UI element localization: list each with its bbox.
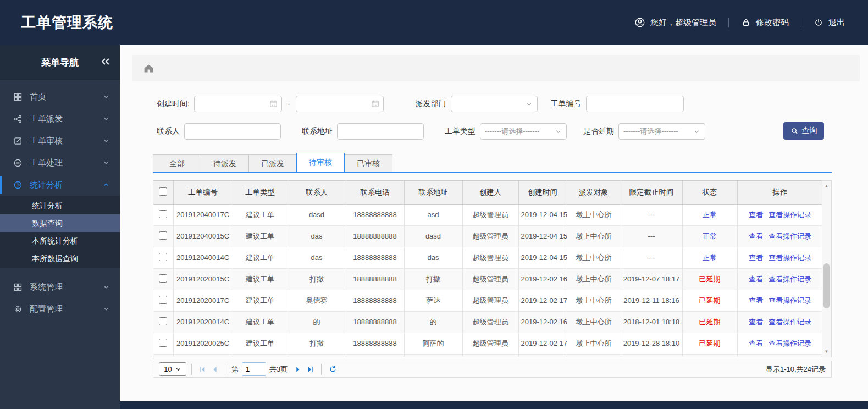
- table-row: 201912020025C建议工单打撒18888888888阿萨的超级管理员20…: [153, 333, 822, 354]
- home-icon[interactable]: [143, 63, 154, 74]
- cell-target: 墩上中心所: [567, 247, 621, 268]
- submenu-item-local-statistics[interactable]: 本所统计分析: [0, 232, 120, 250]
- pie-chart-icon: [13, 180, 23, 190]
- view-log-link[interactable]: 查看操作记录: [769, 253, 811, 262]
- row-checkbox[interactable]: [159, 253, 167, 261]
- view-link[interactable]: 查看: [749, 232, 763, 240]
- row-checkbox[interactable]: [159, 274, 167, 283]
- calendar-icon[interactable]: [371, 99, 380, 108]
- sidebar-item-config[interactable]: 配置管理: [0, 298, 120, 320]
- prev-page-button[interactable]: [209, 363, 221, 375]
- row-checkbox[interactable]: [159, 317, 167, 325]
- cell-actions: 查看查看操作记录: [737, 225, 822, 247]
- search-button[interactable]: 查询: [783, 122, 824, 140]
- cell-empty: [404, 354, 462, 357]
- cell-phone: 18888888888: [346, 311, 404, 333]
- page-size-select[interactable]: 10: [159, 362, 186, 376]
- order-no-input[interactable]: [586, 96, 684, 112]
- cell-created: 2019-12-02 17: [518, 333, 567, 354]
- cell-actions: 查看查看操作记录: [737, 247, 822, 268]
- col-creator: 创建人: [462, 181, 518, 204]
- row-checkbox[interactable]: [159, 210, 167, 218]
- dispatch-dept-select[interactable]: [451, 96, 538, 112]
- view-log-link[interactable]: 查看操作记录: [769, 275, 811, 283]
- tab-all[interactable]: 全部: [153, 154, 201, 172]
- col-actions: 操作: [737, 181, 822, 204]
- row-checkbox[interactable]: [159, 339, 167, 347]
- delay-select[interactable]: -------请选择-------: [618, 123, 705, 140]
- top-header: 工单管理系统 您好，超级管理员 修改密码: [0, 0, 868, 45]
- contact-input[interactable]: [184, 123, 281, 140]
- chevron-down-icon: [175, 366, 181, 372]
- sidebar-item-statistics[interactable]: 统计分析: [0, 174, 120, 196]
- cell-target: 墩上中心所: [567, 290, 621, 311]
- chevron-down-icon: [102, 159, 110, 167]
- submenu-item-local-data-query[interactable]: 本所数据查询: [0, 250, 120, 267]
- view-link[interactable]: 查看: [749, 339, 763, 347]
- cell-created: 2019-12-04 15: [518, 225, 567, 247]
- divider: [801, 18, 801, 27]
- sidebar-item-home[interactable]: 首页: [0, 86, 120, 108]
- cell-contact: das: [288, 247, 346, 268]
- view-log-link[interactable]: 查看操作记录: [769, 232, 811, 240]
- submenu-item-statistics[interactable]: 统计分析: [0, 197, 120, 214]
- submenu-item-data-query[interactable]: 数据查询: [0, 214, 120, 232]
- total-pages-label: 共3页: [269, 364, 288, 374]
- scroll-down-icon[interactable]: ▼: [822, 347, 831, 356]
- cell-contact: 的: [288, 311, 346, 333]
- collapse-sidebar-icon[interactable]: [100, 56, 111, 67]
- change-password-label: 修改密码: [756, 18, 789, 28]
- tab-dispatched[interactable]: 已派发: [248, 154, 297, 172]
- view-log-link[interactable]: 查看操作记录: [769, 296, 811, 305]
- tab-pending-dispatch[interactable]: 待派发: [201, 154, 249, 172]
- view-log-link[interactable]: 查看操作记录: [769, 211, 811, 219]
- records-summary: 显示1-10,共24记录: [766, 364, 826, 374]
- col-deadline: 限定截止时间: [621, 181, 682, 204]
- logout-button[interactable]: 退出: [814, 18, 845, 28]
- cell-id: 201912020017C: [173, 290, 233, 311]
- next-page-button[interactable]: [292, 363, 304, 375]
- sidebar-item-system[interactable]: 系统管理: [0, 276, 120, 298]
- view-log-link[interactable]: 查看操作记录: [769, 318, 811, 326]
- change-password-button[interactable]: 修改密码: [741, 18, 789, 28]
- cell-id: 201912020025C: [173, 333, 233, 354]
- cell-target: 墩上中心所: [567, 225, 621, 247]
- view-link[interactable]: 查看: [749, 211, 763, 219]
- chevron-down-icon: [555, 128, 562, 135]
- cell-contact: 打撒: [288, 268, 346, 290]
- cell-status: 正常: [682, 225, 737, 247]
- view-log-link[interactable]: 查看操作记录: [769, 339, 811, 347]
- table-scrollbar[interactable]: ▲ ▼: [822, 180, 832, 357]
- sidebar-item-process[interactable]: 工单处理: [0, 152, 120, 174]
- row-checkbox[interactable]: [159, 231, 167, 240]
- sidebar-item-dispatch[interactable]: 工单派发: [0, 108, 120, 130]
- sidebar-item-review[interactable]: 工单审核: [0, 130, 120, 152]
- user-greeting[interactable]: 您好，超级管理员: [634, 17, 716, 28]
- calendar-icon[interactable]: [269, 99, 278, 108]
- scrollbar-thumb[interactable]: [823, 263, 830, 308]
- refresh-icon[interactable]: [327, 363, 339, 375]
- status-tabs: 全部 待派发 已派发 待审核 已审核: [153, 153, 832, 173]
- cell-empty: [233, 354, 288, 357]
- order-type-select[interactable]: -------请选择-------: [480, 123, 567, 140]
- view-link[interactable]: 查看: [749, 275, 763, 283]
- select-all-checkbox[interactable]: [159, 187, 167, 196]
- tab-reviewed[interactable]: 已审核: [344, 154, 392, 172]
- scroll-up-icon[interactable]: ▲: [822, 182, 831, 190]
- row-checkbox[interactable]: [159, 296, 167, 304]
- address-input[interactable]: [337, 123, 424, 140]
- table-row: 201912020017C建议工单奥德赛18888888888萨达超级管理员20…: [153, 290, 822, 311]
- view-link[interactable]: 查看: [749, 318, 763, 326]
- user-icon: [634, 17, 645, 28]
- table-row: 201912040014C建议工单das18888888888das超级管理员2…: [153, 247, 822, 268]
- first-page-button[interactable]: [197, 363, 209, 375]
- cell-creator: 超级管理员: [462, 268, 518, 290]
- last-page-button[interactable]: [304, 363, 316, 375]
- row-checkbox-cell: [153, 290, 173, 311]
- tab-pending-review[interactable]: 待审核: [296, 153, 345, 172]
- view-link[interactable]: 查看: [749, 296, 763, 305]
- cell-contact: 打撒: [288, 333, 346, 354]
- cell-actions: 查看查看操作记录: [737, 204, 822, 225]
- view-link[interactable]: 查看: [749, 253, 763, 262]
- page-number-input[interactable]: [242, 362, 266, 376]
